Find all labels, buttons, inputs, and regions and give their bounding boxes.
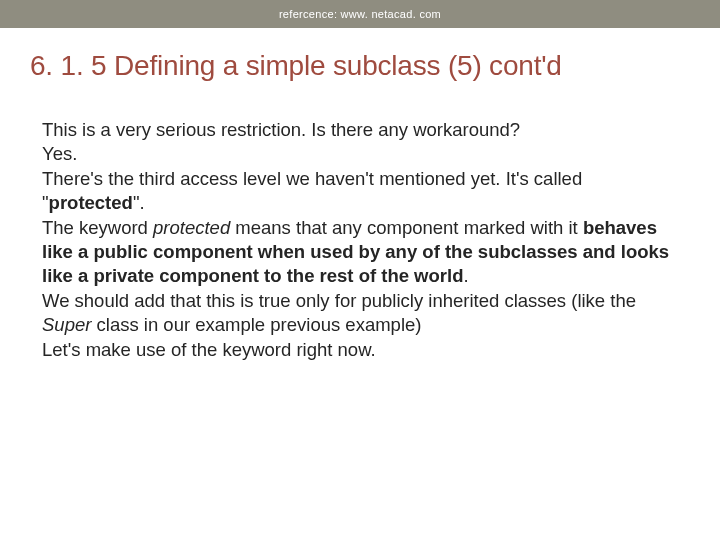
para6: Let's make use of the keyword right now. xyxy=(42,339,376,360)
para4-a: The keyword xyxy=(42,217,153,238)
para5-a: We should add that this is true only for… xyxy=(42,290,636,311)
header-bar: refercence: www. netacad. com xyxy=(0,0,720,28)
para2: Yes. xyxy=(42,143,77,164)
para4-b: protected xyxy=(153,217,230,238)
para3-c: ". xyxy=(133,192,145,213)
para3-b: protected xyxy=(49,192,133,213)
content-area: This is a very serious restriction. Is t… xyxy=(0,100,720,362)
body-text: This is a very serious restriction. Is t… xyxy=(42,118,672,362)
para5-c: class in our example previous example) xyxy=(91,314,421,335)
slide-title: 6. 1. 5 Defining a simple subclass (5) c… xyxy=(0,28,720,100)
para5-b: Super xyxy=(42,314,91,335)
para1: This is a very serious restriction. Is t… xyxy=(42,119,520,140)
para4-c: means that any component marked with it xyxy=(230,217,583,238)
para4-e: . xyxy=(463,265,468,286)
reference-text: refercence: www. netacad. com xyxy=(279,8,441,20)
